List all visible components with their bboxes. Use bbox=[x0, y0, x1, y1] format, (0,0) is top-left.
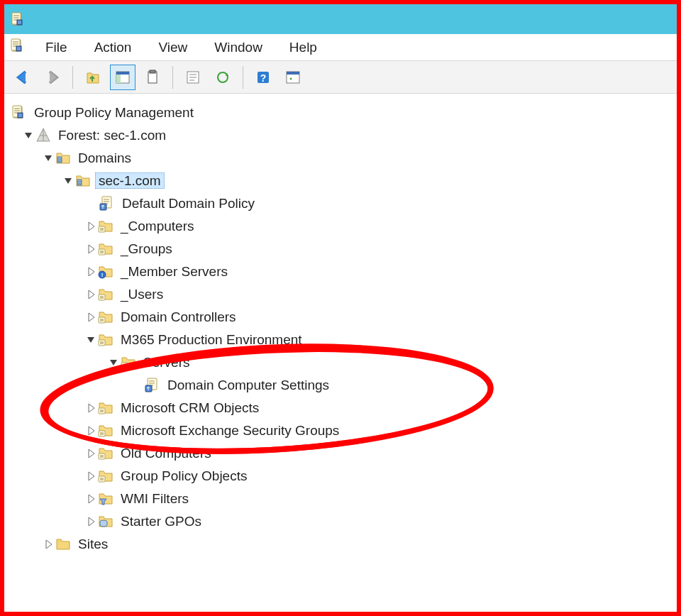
tree-label: Default Domain Policy bbox=[119, 196, 258, 211]
menubar: File Action View Window Help bbox=[4, 34, 677, 61]
tree-node-old-computers[interactable]: Old Computers bbox=[9, 441, 674, 464]
tree-node-domain[interactable]: sec-1.com bbox=[9, 169, 674, 192]
ou-badge-icon bbox=[98, 263, 114, 279]
expander-closed-icon[interactable] bbox=[43, 538, 54, 549]
up-button[interactable] bbox=[80, 65, 106, 90]
sites-folder-icon bbox=[55, 536, 71, 551]
wmi-filter-icon bbox=[98, 490, 114, 506]
domains-folder-icon bbox=[55, 150, 71, 165]
tree-label: M365 Production Environment bbox=[118, 332, 305, 347]
ou-icon bbox=[121, 354, 136, 370]
ou-icon bbox=[98, 400, 114, 415]
expander-closed-icon[interactable] bbox=[85, 515, 96, 527]
toolbar-separator bbox=[243, 66, 243, 89]
tree-label: _Member Servers bbox=[118, 264, 231, 279]
tree-node-users[interactable]: _Users bbox=[9, 282, 674, 305]
gpo-link-icon bbox=[99, 195, 115, 211]
ou-icon bbox=[98, 309, 114, 324]
tree-node-ms-crm[interactable]: Microsoft CRM Objects bbox=[9, 396, 674, 419]
menu-action[interactable]: Action bbox=[82, 37, 145, 58]
properties-button[interactable] bbox=[180, 65, 206, 90]
expander-closed-icon[interactable] bbox=[85, 447, 96, 458]
tree-label: Old Computers bbox=[118, 446, 214, 461]
expander-open-icon[interactable] bbox=[85, 334, 96, 345]
tree-node-wmi[interactable]: WMI Filters bbox=[9, 487, 674, 510]
tree-node-computers[interactable]: _Computers bbox=[9, 214, 674, 237]
ou-icon bbox=[98, 445, 114, 461]
toolbar bbox=[4, 61, 677, 94]
gpo-link-icon bbox=[145, 377, 160, 392]
ou-icon bbox=[98, 422, 114, 438]
expander-closed-icon[interactable] bbox=[85, 265, 96, 277]
gpo-folder-icon bbox=[98, 468, 114, 483]
tree-label: Starter GPOs bbox=[118, 514, 204, 529]
menu-window[interactable]: Window bbox=[201, 37, 275, 58]
menu-view[interactable]: View bbox=[145, 37, 200, 58]
toolbar-separator bbox=[72, 66, 73, 89]
tree-node-ms-exchange[interactable]: Microsoft Exchange Security Groups bbox=[9, 419, 674, 441]
expander-closed-icon[interactable] bbox=[85, 311, 96, 322]
menu-help[interactable]: Help bbox=[277, 37, 330, 58]
expander-open-icon[interactable] bbox=[23, 129, 34, 141]
tree-node-domain-computer-settings[interactable]: Domain Computer Settings bbox=[9, 373, 674, 396]
ou-icon bbox=[98, 331, 114, 347]
expander-closed-icon[interactable] bbox=[85, 493, 96, 504]
titlebar bbox=[4, 4, 677, 34]
window: File Action View Window Help Group Polic… bbox=[0, 0, 681, 616]
ou-icon bbox=[98, 286, 114, 302]
expander-closed-icon[interactable] bbox=[85, 470, 96, 481]
tree-node-sites[interactable]: Sites bbox=[9, 532, 674, 555]
expander-open-icon[interactable] bbox=[62, 175, 74, 186]
tree-label: Microsoft Exchange Security Groups bbox=[118, 423, 342, 438]
expander-closed-icon[interactable] bbox=[85, 402, 96, 413]
gpmc-icon bbox=[11, 104, 27, 120]
tree-label: _Groups bbox=[118, 241, 175, 256]
tree-label: Group Policy Management bbox=[31, 105, 196, 120]
tree-node-domain-controllers[interactable]: Domain Controllers bbox=[9, 305, 674, 328]
tree-node-starter-gpos[interactable]: Starter GPOs bbox=[9, 510, 674, 532]
menu-file[interactable]: File bbox=[33, 37, 80, 58]
tree-node-forest[interactable]: Forest: sec-1.com bbox=[9, 123, 674, 146]
tree-label: Domain Controllers bbox=[118, 309, 239, 324]
tree-node-member-servers[interactable]: _Member Servers bbox=[9, 260, 674, 282]
tree-label: Servers bbox=[140, 355, 192, 370]
forest-icon bbox=[35, 127, 51, 143]
expander-open-icon[interactable] bbox=[43, 152, 54, 163]
back-button[interactable] bbox=[10, 65, 35, 90]
tree-node-gpo[interactable]: Group Policy Objects bbox=[9, 464, 674, 487]
tree-node-servers[interactable]: Servers bbox=[9, 351, 674, 373]
showhide-tree-button[interactable] bbox=[110, 65, 135, 90]
expander-closed-icon[interactable] bbox=[85, 220, 96, 231]
tree-node-default-domain-policy[interactable]: Default Domain Policy bbox=[9, 192, 674, 214]
tree-label: WMI Filters bbox=[118, 491, 192, 506]
toolbar-separator bbox=[172, 66, 173, 89]
clipboard-button[interactable] bbox=[140, 65, 165, 90]
tree-label: Forest: sec-1.com bbox=[55, 128, 169, 143]
tree-label: Sites bbox=[75, 537, 111, 551]
refresh-button[interactable] bbox=[210, 65, 236, 90]
starter-gpo-icon bbox=[98, 513, 114, 529]
ou-icon bbox=[98, 218, 114, 233]
tree-node-domains[interactable]: Domains bbox=[9, 146, 674, 169]
tree-label: Microsoft CRM Objects bbox=[118, 400, 262, 415]
app-icon bbox=[10, 11, 27, 28]
menu-app-icon bbox=[10, 38, 26, 57]
domain-icon bbox=[75, 172, 91, 188]
help-button[interactable] bbox=[250, 65, 276, 90]
tree-node-root[interactable]: Group Policy Management bbox=[9, 101, 674, 123]
ou-icon bbox=[98, 241, 114, 256]
tree-node-groups[interactable]: _Groups bbox=[9, 237, 674, 260]
forward-button[interactable] bbox=[40, 65, 65, 90]
expander-closed-icon[interactable] bbox=[85, 424, 96, 436]
expander-closed-icon[interactable] bbox=[85, 243, 96, 254]
tree-label: Domains bbox=[75, 150, 134, 165]
showhide-action-pane-button[interactable] bbox=[280, 65, 306, 90]
expander-open-icon[interactable] bbox=[108, 356, 119, 368]
tree-label: Group Policy Objects bbox=[118, 468, 250, 483]
tree-label: Domain Computer Settings bbox=[165, 378, 332, 392]
tree-label: _Computers bbox=[118, 219, 197, 233]
expander-closed-icon[interactable] bbox=[85, 288, 96, 299]
tree-node-m365-env[interactable]: M365 Production Environment bbox=[9, 328, 674, 351]
tree-label: _Users bbox=[118, 287, 166, 302]
tree-label-selected: sec-1.com bbox=[95, 172, 165, 189]
